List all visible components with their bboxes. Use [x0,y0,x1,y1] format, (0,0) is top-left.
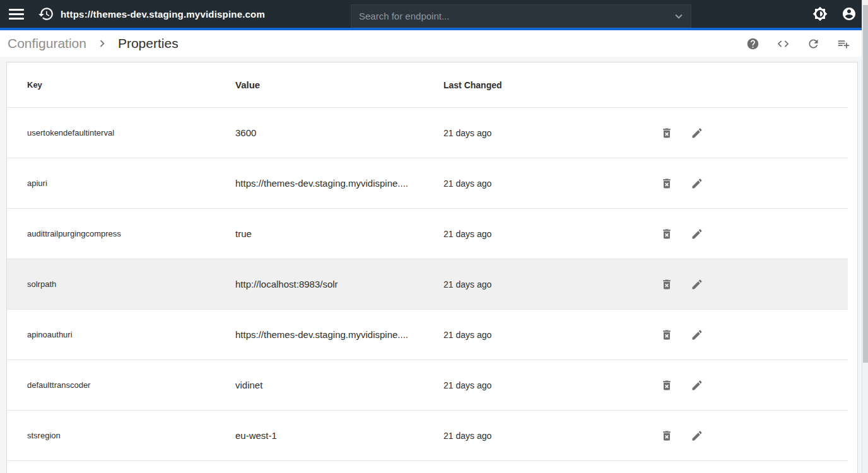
menu-icon[interactable] [9,9,24,20]
pencil-icon [691,127,703,139]
edit-button[interactable] [682,219,712,249]
table-row[interactable]: audittrailpurgingcompress true 21 days a… [7,209,848,259]
property-key: defaulttranscoder [27,380,235,390]
trash-icon [660,429,673,442]
help-icon [746,37,760,50]
trash-icon [660,127,673,139]
property-value: vidinet [235,380,443,390]
row-actions [652,269,712,300]
pencil-icon [691,329,703,341]
table-row[interactable]: defaulttranscoder vidinet 21 days ago [7,360,848,411]
edit-button[interactable] [682,421,712,451]
trash-icon [660,329,673,341]
row-actions [652,118,712,148]
column-header-value: Value [235,79,443,90]
history-icon[interactable] [38,6,54,22]
property-key: stsregion [27,431,235,440]
property-key: audittrailpurgingcompress [27,229,235,238]
page-toolbar [737,31,859,56]
app-bar-actions [812,0,857,28]
property-key: solrpath [27,279,235,289]
property-last-changed: 21 days ago [443,431,652,441]
edit-button[interactable] [682,269,712,300]
trash-icon [660,228,673,240]
app-bar: https://themes-dev.staging.myvidispine.c… [0,0,868,28]
refresh-icon [807,37,820,50]
edit-button[interactable] [682,168,712,199]
trash-icon [660,177,673,190]
property-value: http://localhost:8983/solr [235,279,443,289]
account-icon[interactable] [842,6,857,21]
breadcrumb-properties: Properties [118,36,179,51]
table-row[interactable]: apiuri https://themes-dev.staging.myvidi… [7,158,848,209]
table-row[interactable]: solrpath http://localhost:8983/solr 21 d… [7,259,848,310]
delete-button[interactable] [652,421,682,451]
edit-button[interactable] [682,370,712,400]
code-button[interactable] [768,31,798,56]
column-header-last-changed: Last Changed [443,80,652,90]
row-actions [652,421,712,451]
scrollbar[interactable] [862,0,868,473]
delete-button[interactable] [652,168,682,199]
properties-card: Key Value Last Changed usertokendefaulti… [6,62,858,473]
property-value: https://themes-dev.staging.myvidispine..… [235,178,443,189]
delete-button[interactable] [652,118,682,148]
property-value: 3600 [235,127,443,138]
row-actions [652,320,712,350]
property-last-changed: 21 days ago [443,279,652,289]
row-actions [652,370,712,400]
table-row[interactable]: stsregion eu-west-1 21 days ago [7,411,848,461]
breadcrumb: Configuration Properties [0,30,868,57]
pencil-icon [691,278,703,291]
trash-icon [660,278,673,291]
delete-button[interactable] [652,320,682,350]
edit-button[interactable] [682,320,712,350]
pencil-icon [691,429,703,442]
code-icon [777,37,790,50]
table-body: usertokendefaultinterval 3600 21 days ag… [7,108,848,461]
pencil-icon [691,379,703,392]
property-last-changed: 21 days ago [443,380,652,390]
edit-button[interactable] [682,118,712,148]
search-input[interactable] [351,5,672,27]
refresh-button[interactable] [798,31,828,56]
breadcrumb-configuration[interactable]: Configuration [8,36,86,51]
trash-icon [660,379,673,392]
property-last-changed: 21 days ago [443,330,652,340]
column-header-key: Key [27,80,235,90]
property-key: apiuri [27,178,235,188]
property-last-changed: 21 days ago [443,128,652,138]
chevron-right-icon [95,37,109,50]
playlist-add-icon [837,37,850,50]
delete-button[interactable] [652,370,682,400]
add-property-button[interactable] [828,31,859,56]
endpoint-search-box [351,4,691,28]
table-header-row: Key Value Last Changed [7,62,848,108]
row-actions [652,168,712,199]
property-key: apinoauthuri [27,330,235,339]
pencil-icon [691,228,703,240]
chevron-down-icon[interactable] [672,9,686,23]
table-row[interactable]: apinoauthuri https://themes-dev.staging.… [7,310,848,360]
row-actions [652,219,712,249]
page-content: Key Value Last Changed usertokendefaulti… [0,57,868,473]
scrollbar-thumb[interactable] [863,5,868,363]
delete-button[interactable] [652,269,682,300]
property-value: https://themes-dev.staging.myvidispine..… [235,329,443,340]
property-last-changed: 21 days ago [443,229,652,239]
property-value: eu-west-1 [235,430,443,441]
property-last-changed: 21 days ago [443,178,652,189]
site-url: https://themes-dev.staging.myvidispine.c… [61,9,265,20]
property-value: true [235,228,443,239]
property-key: usertokendefaultinterval [27,128,235,137]
delete-button[interactable] [652,219,682,249]
help-button[interactable] [737,31,768,56]
table-row[interactable]: usertokendefaultinterval 3600 21 days ag… [7,108,848,158]
pencil-icon [691,177,703,190]
theme-toggle-icon[interactable] [812,6,828,21]
